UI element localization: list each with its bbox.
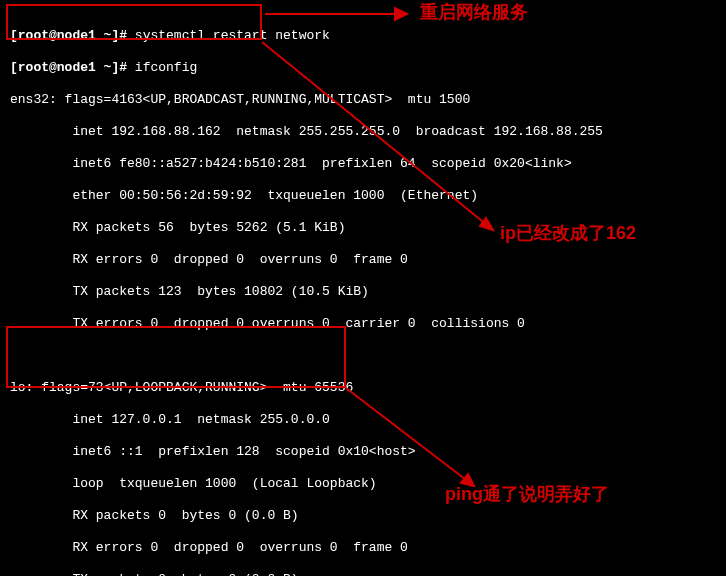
cmd-ifconfig: ifconfig	[135, 60, 197, 75]
ifconfig-lo-rxe: RX errors 0 dropped 0 overruns 0 frame 0	[10, 540, 716, 556]
annotation-label-ping: ping通了说明弄好了	[445, 486, 609, 502]
ifconfig-ens32-inet: inet 192.168.88.162 netmask 255.255.255.…	[10, 124, 716, 140]
ifconfig-ens32-ether: ether 00:50:56:2d:59:92 txqueuelen 1000 …	[10, 188, 716, 204]
prompt: [root@node1 ~]#	[10, 28, 135, 43]
annotation-label-ip: ip已经改成了162	[500, 225, 636, 241]
ifconfig-lo-inet6: inet6 ::1 prefixlen 128 scopeid 0x10<hos…	[10, 444, 716, 460]
ifconfig-ens32-rxe: RX errors 0 dropped 0 overruns 0 frame 0	[10, 252, 716, 268]
ifconfig-lo-rxp: RX packets 0 bytes 0 (0.0 B)	[10, 508, 716, 524]
prompt: [root@node1 ~]#	[10, 60, 135, 75]
ifconfig-lo-txp: TX packets 0 bytes 0 (0.0 B)	[10, 572, 716, 576]
ifconfig-lo-header: lo: flags=73<UP,LOOPBACK,RUNNING> mtu 65…	[10, 380, 716, 396]
ifconfig-ens32-header: ens32: flags=4163<UP,BROADCAST,RUNNING,M…	[10, 92, 716, 108]
ifconfig-ens32-txe: TX errors 0 dropped 0 overruns 0 carrier…	[10, 316, 716, 332]
ifconfig-ens32-inet6: inet6 fe80::a527:b424:b510:281 prefixlen…	[10, 156, 716, 172]
annotation-label-restart: 重启网络服务	[420, 4, 528, 20]
terminal-output[interactable]: [root@node1 ~]# systemctl restart networ…	[10, 12, 716, 576]
ifconfig-lo-inet: inet 127.0.0.1 netmask 255.0.0.0	[10, 412, 716, 428]
ifconfig-ens32-txp: TX packets 123 bytes 10802 (10.5 KiB)	[10, 284, 716, 300]
cmd-restart: systemctl restart network	[135, 28, 330, 43]
ifconfig-lo-loop: loop txqueuelen 1000 (Local Loopback)	[10, 476, 716, 492]
